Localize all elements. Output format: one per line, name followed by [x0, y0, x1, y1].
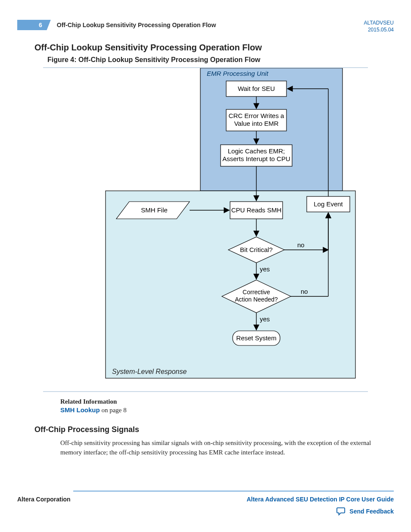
section-heading: Off-Chip Lookup Sensitivity Processing O…: [34, 43, 394, 53]
box-corrective-l1: Corrective: [243, 289, 270, 296]
related-heading: Related Information: [60, 398, 394, 405]
page-footer: Altera Corporation Altera Advanced SEU D…: [17, 491, 394, 516]
box-reset: Reset System: [236, 334, 276, 342]
box-crc-l2: Value into EMR: [234, 120, 278, 127]
box-cpu: CPU Reads SMH: [231, 206, 282, 214]
feedback-icon: [336, 507, 346, 516]
box-logic-l2: Asserts Interupt to CPU: [222, 155, 290, 162]
running-title: Off-Chip Lookup Sensitivity Processing O…: [57, 22, 216, 28]
box-wait: Wait for SEU: [238, 85, 275, 92]
doc-date: 2015.05.04: [364, 27, 394, 34]
header-left: 6 Off-Chip Lookup Sensitivity Processing…: [17, 20, 216, 30]
page-number-tab: 6: [17, 20, 51, 30]
page-header: 6 Off-Chip Lookup Sensitivity Processing…: [17, 20, 394, 33]
doc-code: ALTADVSEU: [364, 20, 394, 27]
send-feedback-link[interactable]: Send Feedback: [349, 508, 394, 515]
system-response-label: System-Level Response: [112, 368, 187, 375]
related-link-line: SMH Lookup on page 8: [60, 406, 394, 414]
footer-left: Altera Corporation: [17, 496, 71, 503]
divider-2: [43, 391, 368, 392]
label-yes-1: yes: [260, 265, 270, 273]
footer-divider: [73, 491, 394, 492]
box-bit-critical: Bit Critical?: [240, 246, 273, 253]
box-log: Log Event: [314, 200, 343, 208]
emr-unit-label: EMR Processing Unit: [207, 70, 268, 77]
label-no-1: no: [297, 241, 305, 249]
box-smh-file: SMH File: [141, 206, 168, 214]
related-suffix: on page 8: [100, 407, 127, 414]
flowchart-diagram: EMR Processing Unit System-Level Respons…: [43, 68, 368, 389]
label-no-2: no: [301, 288, 308, 295]
footer-right-link[interactable]: Altera Advanced SEU Detection IP Core Us…: [246, 496, 394, 503]
box-crc-l1: CRC Error Writes a: [229, 112, 285, 119]
related-link[interactable]: SMH Lookup: [60, 406, 100, 414]
box-corrective-l2: Action Needed?: [235, 296, 278, 303]
related-info: Related Information SMH Lookup on page 8: [60, 398, 394, 414]
body-paragraph: Off-chip sensitivity processing has simi…: [60, 439, 377, 457]
header-right: ALTADVSEU 2015.05.04: [364, 20, 394, 33]
box-logic-l1: Logic Caches EMR;: [228, 147, 285, 155]
label-yes-2: yes: [260, 315, 270, 323]
figure-caption: Figure 4: Off-Chip Lookup Sensitivity Pr…: [47, 56, 394, 64]
section-heading-2: Off-Chip Processing Signals: [34, 425, 394, 434]
